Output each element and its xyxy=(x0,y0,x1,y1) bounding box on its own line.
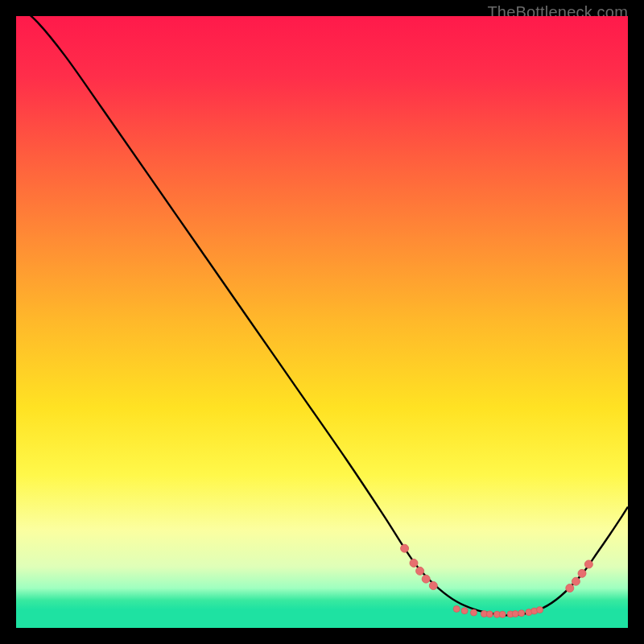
marker-point xyxy=(578,569,586,577)
marker-point xyxy=(566,584,574,592)
marker-point xyxy=(499,611,506,617)
marker-point xyxy=(401,544,409,552)
chart-stage: TheBottleneck.com xyxy=(0,0,644,644)
marker-point xyxy=(461,608,468,614)
marker-point xyxy=(486,611,493,617)
marker-point xyxy=(584,560,592,568)
marker-point xyxy=(470,609,477,616)
chart-background xyxy=(16,16,628,628)
marker-point xyxy=(416,567,424,575)
marker-point xyxy=(518,610,525,617)
marker-point xyxy=(429,582,437,590)
plot-area xyxy=(16,16,628,628)
chart-svg xyxy=(16,16,628,628)
marker-point xyxy=(410,559,418,567)
marker-point xyxy=(537,607,543,613)
marker-point xyxy=(512,611,518,617)
marker-point xyxy=(572,577,580,585)
marker-point xyxy=(453,605,460,612)
marker-point xyxy=(422,575,430,583)
